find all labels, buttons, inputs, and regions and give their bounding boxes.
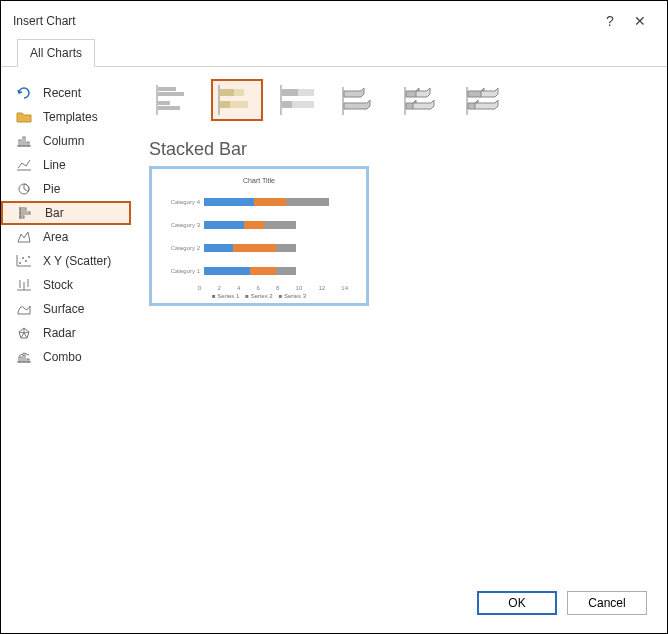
legend-item: Series 1 (212, 293, 239, 299)
subtype-3d-stacked-bar[interactable] (397, 79, 449, 121)
axis-tick: 4 (237, 285, 240, 291)
preview-axis: 0 2 4 6 8 10 12 14 (160, 285, 358, 291)
preview-plot: Category 4 Category 3 Category 2 Categor… (160, 188, 358, 285)
sidebar-item-combo[interactable]: Combo (1, 345, 131, 369)
folder-icon (15, 109, 33, 125)
sidebar-item-label: Combo (43, 350, 82, 364)
svg-rect-42 (298, 89, 314, 96)
combo-icon (15, 349, 33, 365)
svg-rect-39 (230, 101, 248, 108)
sidebar-item-radar[interactable]: Radar (1, 321, 131, 345)
axis-tick: 0 (198, 285, 201, 291)
sidebar-item-label: Surface (43, 302, 84, 316)
line-icon (15, 157, 33, 173)
preview-row: Category 4 (170, 195, 348, 209)
surface-icon (15, 301, 33, 317)
sidebar-item-recent[interactable]: Recent (1, 81, 131, 105)
preview-title: Chart Title (160, 177, 358, 184)
sidebar: Recent Templates Column Line Pie (1, 67, 131, 577)
preview-category-label: Category 3 (170, 222, 204, 228)
subtype-clustered-bar[interactable] (149, 79, 201, 121)
sidebar-item-line[interactable]: Line (1, 153, 131, 177)
legend-item: Series 2 (245, 293, 272, 299)
svg-point-13 (28, 256, 30, 258)
svg-line-23 (24, 333, 27, 338)
area-icon (15, 229, 33, 245)
svg-rect-44 (292, 101, 314, 108)
svg-rect-6 (20, 208, 26, 210)
svg-rect-2 (27, 142, 29, 146)
svg-rect-36 (220, 89, 234, 96)
preview-row: Category 2 (170, 241, 348, 255)
sidebar-item-area[interactable]: Area (1, 225, 131, 249)
svg-rect-7 (20, 212, 30, 214)
sidebar-item-column[interactable]: Column (1, 129, 131, 153)
axis-tick: 2 (218, 285, 221, 291)
preview-category-label: Category 2 (170, 245, 204, 251)
svg-rect-32 (158, 92, 184, 96)
sidebar-item-label: Stock (43, 278, 73, 292)
svg-rect-27 (23, 355, 25, 362)
svg-rect-1 (23, 137, 25, 146)
preview-category-label: Category 1 (170, 268, 204, 274)
svg-rect-26 (19, 357, 21, 362)
svg-rect-8 (20, 216, 24, 218)
preview-category-label: Category 4 (170, 199, 204, 205)
sidebar-item-label: Recent (43, 86, 81, 100)
axis-tick: 10 (296, 285, 303, 291)
svg-rect-33 (158, 101, 170, 105)
svg-rect-37 (234, 89, 244, 96)
svg-point-10 (19, 262, 21, 264)
sidebar-item-scatter[interactable]: X Y (Scatter) (1, 249, 131, 273)
cancel-button[interactable]: Cancel (567, 591, 647, 615)
preview-row: Category 1 (170, 264, 348, 278)
sidebar-item-stock[interactable]: Stock (1, 273, 131, 297)
sidebar-item-bar[interactable]: Bar (1, 201, 131, 225)
subtype-stacked-bar[interactable] (211, 79, 263, 121)
axis-tick: 6 (257, 285, 260, 291)
subtype-100-stacked-bar[interactable] (273, 79, 325, 121)
stock-icon (15, 277, 33, 293)
subtype-row (149, 79, 649, 121)
axis-tick: 12 (318, 285, 325, 291)
subtype-3d-clustered-bar[interactable] (335, 79, 387, 121)
svg-point-12 (25, 260, 27, 262)
recent-icon (15, 85, 33, 101)
ok-button[interactable]: OK (477, 591, 557, 615)
sidebar-item-label: X Y (Scatter) (43, 254, 111, 268)
chart-preview[interactable]: Chart Title Category 4 Category 3 Catego… (149, 166, 369, 306)
svg-rect-0 (19, 140, 21, 146)
svg-rect-34 (158, 106, 180, 110)
close-button[interactable]: ✕ (625, 13, 655, 29)
footer: OK Cancel (477, 591, 647, 615)
legend-item: Series 3 (279, 293, 306, 299)
sidebar-item-label: Pie (43, 182, 60, 196)
tab-all-charts[interactable]: All Charts (17, 39, 95, 67)
radar-icon (15, 325, 33, 341)
main-area: Stacked Bar Chart Title Category 4 Categ… (131, 67, 667, 577)
help-button[interactable]: ? (595, 13, 625, 29)
sidebar-item-label: Radar (43, 326, 76, 340)
scatter-icon (15, 253, 33, 269)
sidebar-item-surface[interactable]: Surface (1, 297, 131, 321)
sidebar-item-label: Line (43, 158, 66, 172)
tab-row: All Charts (1, 41, 667, 67)
svg-rect-38 (220, 101, 230, 108)
chart-type-title: Stacked Bar (149, 139, 649, 160)
pie-icon (15, 181, 33, 197)
subtype-3d-100-stacked-bar[interactable] (459, 79, 511, 121)
svg-point-11 (22, 257, 24, 259)
column-icon (15, 133, 33, 149)
svg-rect-43 (282, 101, 292, 108)
titlebar: Insert Chart ? ✕ (1, 1, 667, 41)
sidebar-item-templates[interactable]: Templates (1, 105, 131, 129)
dialog-title: Insert Chart (13, 14, 76, 28)
sidebar-item-pie[interactable]: Pie (1, 177, 131, 201)
axis-tick: 14 (341, 285, 348, 291)
svg-rect-41 (282, 89, 298, 96)
axis-tick: 8 (276, 285, 279, 291)
svg-line-24 (21, 333, 24, 338)
sidebar-item-label: Bar (45, 206, 64, 220)
bar-icon (17, 205, 35, 221)
preview-legend: Series 1 Series 2 Series 3 (160, 293, 358, 299)
